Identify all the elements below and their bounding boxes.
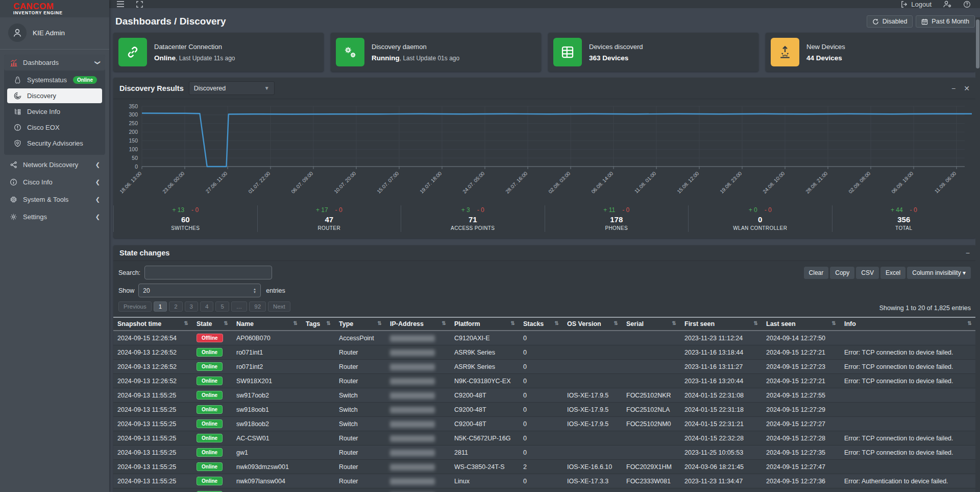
close-icon[interactable]: ✕ (964, 84, 970, 92)
page-length-value: 20 (143, 287, 150, 294)
column-header-ip-address[interactable]: ⇅IP-Address (386, 317, 450, 331)
device-up-icon (771, 38, 799, 66)
cell-last-seen: 2024-09-15 12:27:21 (762, 345, 840, 360)
page-button-92[interactable]: 92 (249, 301, 266, 312)
search-label: Search: (118, 269, 140, 276)
sidebar-item-discovery[interactable]: Discovery (7, 88, 102, 103)
fullscreen-icon[interactable] (136, 1, 143, 8)
minimize-icon[interactable]: − (951, 84, 955, 92)
cell-platform: ASR9K Series (450, 345, 519, 360)
discovery-results-panel: Discovery Results Discovered ▼ − ✕ 05010… (113, 78, 976, 238)
column-header-serial[interactable]: ⇅Serial (622, 317, 680, 331)
cell-platform: WS-C3850-24T-S (450, 460, 519, 474)
penguin-icon (13, 76, 22, 84)
cell-snapshot-time: 2024-09-13 11:55:25 (113, 388, 192, 403)
period-label: Past 6 Month (932, 18, 969, 25)
stat-wlan-controller: + 0- 00WLAN CONTROLLER (688, 205, 832, 232)
page-button-2[interactable]: 2 (169, 301, 182, 312)
sidebar-item-systemstatus[interactable]: SystemstatusOnline (7, 73, 102, 87)
page-button-3[interactable]: 3 (185, 301, 198, 312)
column-header-first-seen[interactable]: ⇅First seen (680, 317, 762, 331)
cell-os-version (563, 331, 622, 345)
table-row[interactable]: 2024-09-13 11:55:25Onliner060fwm11Router… (113, 488, 976, 492)
sidebar-item-cisco-eox[interactable]: Cisco EOX (7, 120, 102, 135)
table-row[interactable]: 2024-09-13 12:26:52Onlinero071int2Router… (113, 360, 976, 374)
table-row[interactable]: 2024-09-13 11:55:25Onlinesw918oob2Switch… (113, 417, 976, 431)
disabled-refresh-button[interactable]: Disabled (867, 15, 913, 28)
column-header-os-version[interactable]: ⇅OS Version (563, 317, 622, 331)
page-button-5[interactable]: 5 (215, 301, 229, 312)
sidebar-item-device-info[interactable]: Device Info (7, 104, 102, 119)
sidebar-item-security-advisories[interactable]: Security Advisories (7, 136, 102, 151)
column-header-type[interactable]: ⇅Type (335, 317, 386, 331)
column-header-info[interactable]: ⇅Info (840, 317, 976, 331)
sidebar-item-cisco-info[interactable]: Cisco Info❮ (4, 174, 105, 190)
cell-snapshot-time: 2024-09-13 11:55:25 (113, 431, 192, 446)
cell-ip-address (386, 488, 450, 492)
cell-serial: FOC2029X1HM (622, 460, 680, 474)
svg-text:11.09. 06:00: 11.09. 06:00 (934, 170, 958, 194)
toolbar-button-csv[interactable]: CSV (856, 267, 879, 279)
table-row[interactable]: 2024-09-15 12:26:54OfflineAP060B070Acces… (113, 331, 976, 345)
stat-value: 0 (689, 215, 832, 224)
state-changes-tools: − (966, 249, 970, 257)
discovered-filter-select[interactable]: Discovered ▼ (189, 81, 275, 95)
redacted-ip (390, 464, 435, 471)
table-row[interactable]: 2024-09-13 11:55:25Onlinesw917oob2Switch… (113, 388, 976, 403)
column-header-state[interactable]: ⇅State (192, 317, 232, 331)
page-button--[interactable]: … (231, 301, 248, 312)
table-row[interactable]: 2024-09-13 12:26:52OnlineSW918X201Router… (113, 374, 976, 388)
scrollbar-thumb[interactable] (976, 19, 979, 68)
updown-arrows-icon: ▲▼ (253, 288, 256, 293)
user-settings-icon[interactable] (943, 0, 952, 8)
page-button-4[interactable]: 4 (200, 301, 213, 312)
stat-label: ACCESS POINTS (401, 225, 545, 231)
cell-first-seen: 2023-11-16 13:11:27 (680, 360, 762, 374)
table-row[interactable]: 2024-09-13 12:26:52Onlinero071int1Router… (113, 345, 976, 360)
period-button[interactable]: Past 6 Month (916, 15, 975, 28)
table-row[interactable]: 2024-09-13 11:55:25Onlinenwk097lansw004R… (113, 474, 976, 488)
stat-label: SWITCHES (114, 225, 257, 231)
column-header-snapshot-time[interactable]: ⇅Snapshot time (113, 317, 192, 331)
sidebar-item-system-tools[interactable]: System & Tools❮ (4, 192, 105, 207)
hamburger-menu-icon[interactable] (116, 1, 125, 8)
table-row[interactable]: 2024-09-13 11:55:25Onlinegw1Router281102… (113, 446, 976, 460)
cell-stacks: 0 (519, 374, 563, 388)
toolbar-button-clear[interactable]: Clear (804, 267, 829, 279)
vertical-scrollbar[interactable] (975, 17, 980, 492)
logout-button[interactable]: Logout (900, 1, 932, 8)
sidebar-item-settings[interactable]: Settings❮ (4, 209, 105, 225)
cell-type: Router (335, 431, 386, 446)
page-button-next[interactable]: Next (268, 301, 290, 312)
column-header-stacks[interactable]: ⇅Stacks (519, 317, 563, 331)
column-header-platform[interactable]: ⇅Platform (450, 317, 519, 331)
cell-last-seen: 2024-09-15 12:27:47 (762, 460, 840, 474)
card-body: Devices discoverd363 Devices (589, 43, 643, 62)
cell-tags (302, 431, 335, 446)
minimize-icon[interactable]: − (966, 249, 970, 257)
page-button-1[interactable]: 1 (154, 301, 167, 312)
sidebar-item-network-discovery[interactable]: Network Discovery❮ (4, 157, 105, 173)
discovery-panel-title: Discovery Results (119, 84, 184, 92)
column-header-last-seen[interactable]: ⇅Last seen (762, 317, 840, 331)
cell-os-version: IOS-XE-17.9.5 (563, 403, 622, 417)
stat-added: + 13 (172, 206, 184, 214)
stat-value: 60 (114, 215, 257, 224)
toolbar-button-copy[interactable]: Copy (830, 267, 854, 279)
sidebar-item-dashboards[interactable]: Dashboards❯ (4, 55, 105, 71)
table-body: 2024-09-15 12:26:54OfflineAP060B070Acces… (113, 331, 976, 492)
toolbar-button-excel[interactable]: Excel (880, 267, 905, 279)
column-header-tags[interactable]: ⇅Tags (302, 317, 335, 331)
page-length-select[interactable]: 20 ▲▼ (138, 284, 261, 297)
table-row[interactable]: 2024-09-13 11:55:25Onlinenwk093dmzsw001R… (113, 460, 976, 474)
cell-ip-address (386, 446, 450, 460)
table-row[interactable]: 2024-09-13 11:55:25Onlinesw918oob1Switch… (113, 403, 976, 417)
table-row[interactable]: 2024-09-13 11:55:25OnlineAC-CSW01RouterN… (113, 431, 976, 446)
help-icon[interactable] (963, 1, 971, 8)
cell-type: AccessPoint (335, 331, 386, 345)
cell-stacks: 2 (519, 460, 563, 474)
column-header-name[interactable]: ⇅Name (232, 317, 302, 331)
page-button-previous[interactable]: Previous (118, 301, 152, 312)
search-input[interactable] (144, 266, 272, 279)
toolbar-button-column-invisibility[interactable]: Column invisibility ▾ (907, 267, 971, 279)
